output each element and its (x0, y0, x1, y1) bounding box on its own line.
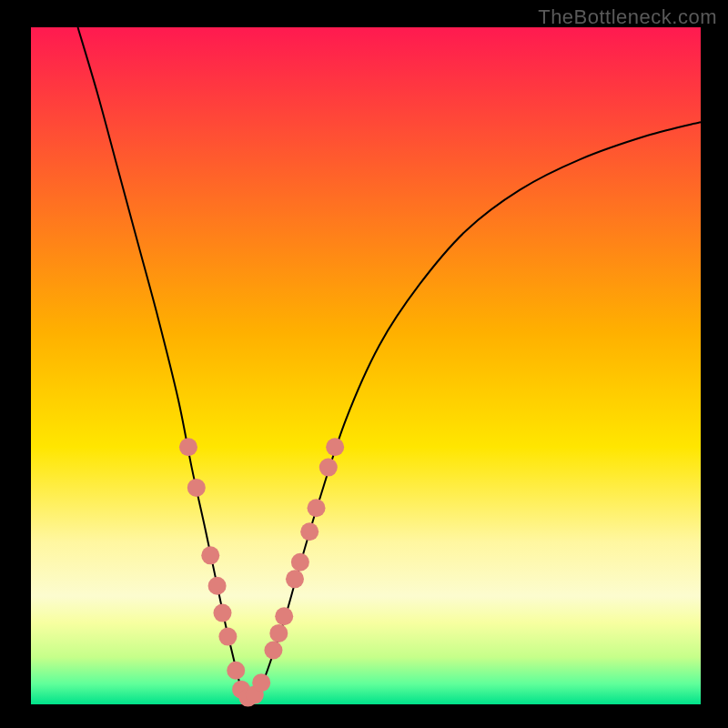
marker-dot (187, 479, 206, 497)
marker-dot (208, 577, 227, 595)
gradient-panel (31, 27, 701, 704)
bottleneck-chart (0, 0, 728, 728)
marker-dot (218, 628, 237, 646)
marker-dot (300, 522, 318, 541)
marker-dot (201, 546, 219, 564)
marker-dot (213, 604, 231, 622)
marker-dot (291, 553, 309, 571)
chart-stage: TheBottleneck.com (0, 0, 728, 728)
marker-dot (326, 438, 344, 456)
marker-dot (252, 673, 270, 692)
marker-dot (179, 438, 197, 456)
marker-dot (308, 499, 326, 517)
marker-dot (286, 570, 304, 588)
marker-dot (269, 624, 288, 642)
marker-dot (319, 459, 338, 477)
marker-dot (264, 641, 282, 659)
watermark-text: TheBottleneck.com (538, 5, 717, 29)
marker-dot (227, 662, 245, 680)
marker-dot (275, 607, 293, 625)
